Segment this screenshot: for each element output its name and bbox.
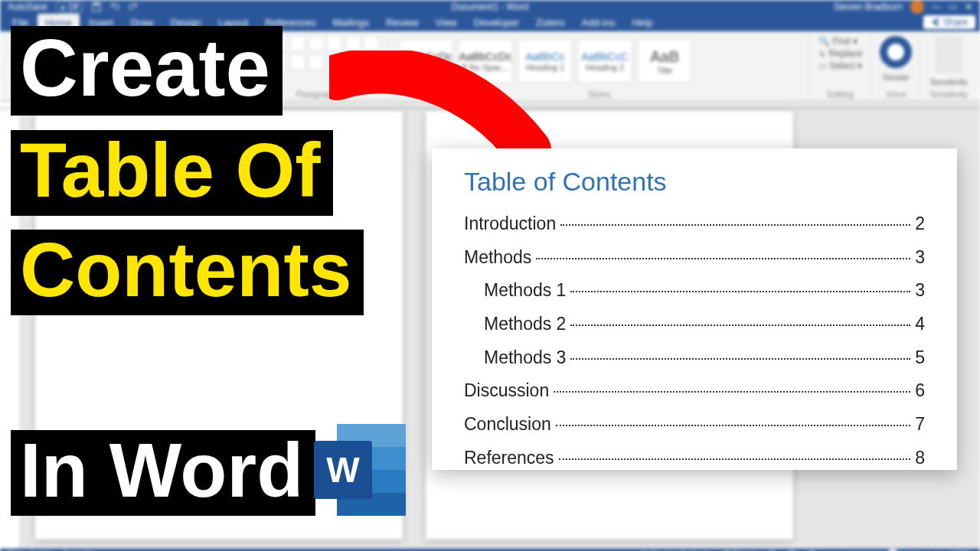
headline-line-1: Create: [11, 26, 283, 116]
headline-line-3: Contents: [11, 230, 364, 315]
toc-leader-dots: [556, 425, 910, 426]
undo-icon[interactable]: [109, 2, 120, 12]
toc-entry: Methods 35: [464, 341, 925, 375]
document-title: Document1 - Word: [332, 2, 649, 12]
save-icon[interactable]: [91, 2, 102, 12]
avatar[interactable]: [910, 0, 924, 14]
toc-entry-page: 7: [915, 408, 925, 442]
toc-entry-page: 8: [915, 442, 925, 475]
show-marks-button[interactable]: [364, 36, 379, 51]
dictate-button[interactable]: [880, 36, 912, 68]
autosave-toggle[interactable]: ●Off: [55, 1, 83, 13]
toc-entry-label: Introduction: [464, 207, 556, 241]
tab-review[interactable]: Review: [378, 14, 426, 31]
tab-help[interactable]: Help: [625, 14, 661, 31]
toc-entry-label: Methods 2: [464, 308, 566, 341]
toc-leader-dots: [536, 258, 910, 259]
toc-entry: Methods 13: [464, 274, 925, 308]
autosave-label: AutoSave: [8, 2, 47, 12]
word-logo-icon: W: [314, 424, 406, 516]
justify-button[interactable]: [309, 54, 324, 70]
select-button[interactable]: ▭ Select ▾: [818, 60, 862, 71]
window-close-icon[interactable]: ✕: [965, 2, 972, 12]
headline-line-2: Table Of: [11, 130, 333, 216]
toc-entry: References8: [464, 442, 925, 475]
sort-button[interactable]: [345, 36, 361, 51]
toc-entry: Conclusion7: [464, 408, 925, 442]
share-icon: [931, 18, 940, 27]
toc-entry-page: 5: [915, 341, 925, 375]
ribbon-group-editing: 🔍 Find ▾ ↳ Replace ▭ Select ▾ Editing: [811, 34, 871, 100]
toc-entry-page: 3: [915, 241, 925, 275]
toc-entry: Introduction2: [464, 207, 925, 241]
increase-indent-button[interactable]: [327, 36, 342, 51]
titlebar: AutoSave ●Off Document1 - Word Steven Br…: [0, 0, 980, 14]
toc-leader-dots: [554, 391, 910, 393]
share-button[interactable]: Share: [923, 15, 975, 29]
multilevel-button[interactable]: [290, 36, 305, 51]
toc-entry: Methods 24: [464, 308, 925, 341]
sensitivity-button[interactable]: [935, 36, 962, 73]
toc-entry-label: Methods 3: [464, 341, 566, 375]
headline-line-4: In Word: [11, 430, 315, 516]
toc-entry: Discussion6: [464, 374, 925, 408]
toc-preview-card: Table of Contents Introduction2Methods3M…: [432, 148, 957, 470]
toc-entry-page: 3: [915, 274, 925, 308]
align-right-button[interactable]: [290, 54, 305, 70]
ribbon-group-voice: Dictate Voice: [872, 34, 920, 100]
window-max-icon[interactable]: ▭: [949, 2, 957, 12]
toc-entry: Methods3: [464, 241, 925, 275]
toc-leader-dots: [570, 291, 910, 292]
toc-leader-dots: [570, 358, 910, 360]
svg-rect-1: [94, 3, 99, 6]
user-name[interactable]: Steven Bradburn: [834, 2, 903, 12]
style-tile-3[interactable]: AaBbCcCHeading 2: [577, 39, 632, 83]
tab-view[interactable]: View: [428, 14, 465, 31]
redo-icon[interactable]: [128, 2, 139, 12]
toc-leader-dots: [570, 324, 910, 326]
toc-entry-page: 2: [915, 207, 925, 241]
find-button[interactable]: 🔍 Find ▾: [818, 36, 858, 47]
tab-mailings[interactable]: Mailings: [325, 14, 377, 31]
toc-leader-dots: [559, 458, 911, 460]
style-tile-4[interactable]: AaBTitle: [637, 39, 692, 83]
tab-zotero[interactable]: Zotero: [528, 14, 573, 31]
tab-developer[interactable]: Developer: [466, 14, 527, 31]
replace-button[interactable]: ↳ Replace: [818, 48, 862, 59]
toc-entry-label: Conclusion: [464, 408, 551, 442]
toc-entry-page: 4: [915, 308, 925, 341]
tab-addins[interactable]: Add-ins: [574, 14, 623, 31]
toc-entry-page: 6: [915, 374, 925, 408]
toc-leader-dots: [560, 224, 910, 226]
toc-entry-label: Methods: [464, 241, 531, 275]
toc-title: Table of Contents: [464, 167, 925, 197]
toc-entry-label: Discussion: [464, 374, 549, 408]
decrease-indent-button[interactable]: [309, 36, 324, 51]
toc-entry-label: Methods 1: [464, 274, 566, 308]
ribbon-group-sensitivity: Sensitivity Sensitivity: [922, 34, 975, 100]
window-min-icon[interactable]: —: [932, 2, 941, 12]
toc-entry-label: References: [464, 442, 554, 475]
